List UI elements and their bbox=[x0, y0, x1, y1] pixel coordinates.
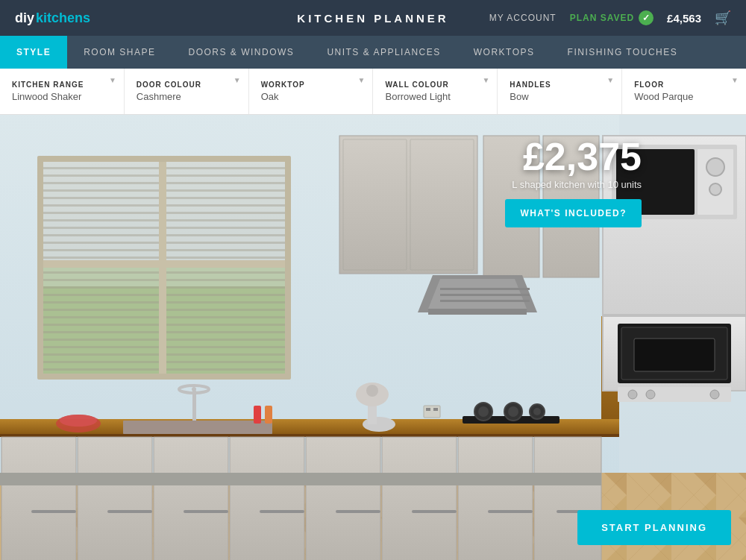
kitchen-range-arrow-icon: ▼ bbox=[109, 76, 116, 84]
svg-rect-44 bbox=[336, 510, 380, 513]
handles-option[interactable]: HANDLES Bow ▼ bbox=[498, 69, 622, 114]
svg-rect-40 bbox=[31, 510, 76, 513]
nav-item-worktops[interactable]: WORKTOPS bbox=[457, 36, 551, 69]
svg-rect-28 bbox=[440, 300, 530, 302]
nav-item-style[interactable]: STYLE bbox=[0, 36, 67, 69]
nav-item-units-appliances[interactable]: UNITS & APPLIANCES bbox=[310, 36, 457, 69]
svg-rect-36 bbox=[306, 437, 380, 560]
wall-colour-value: Borrowed Light bbox=[385, 91, 485, 102]
plan-saved-status: PLAN SAVED ✓ bbox=[570, 10, 653, 25]
kitchen-price: £2,375 bbox=[505, 137, 642, 176]
nav-item-doors-windows[interactable]: DOORS & WINDOWS bbox=[172, 36, 311, 69]
svg-rect-46 bbox=[488, 510, 533, 513]
svg-point-72 bbox=[478, 406, 489, 417]
svg-rect-43 bbox=[260, 510, 304, 513]
worktop-label: WORKTOP bbox=[261, 81, 361, 89]
logo-kitchens: kitchens bbox=[36, 10, 90, 26]
svg-rect-45 bbox=[412, 510, 457, 513]
worktop-option[interactable]: WORKTOP Oak ▼ bbox=[249, 69, 374, 114]
svg-point-69 bbox=[366, 385, 378, 397]
svg-point-53 bbox=[628, 390, 637, 399]
kitchen-range-option[interactable]: KITCHEN RANGE Linwood Shaker ▼ bbox=[0, 69, 125, 114]
svg-rect-16 bbox=[159, 162, 166, 374]
door-colour-value: Cashmere bbox=[137, 91, 236, 102]
svg-rect-84 bbox=[0, 473, 601, 485]
svg-point-74 bbox=[508, 406, 518, 417]
svg-rect-38 bbox=[458, 437, 533, 560]
handles-label: HANDLES bbox=[510, 81, 609, 89]
wall-colour-arrow-icon: ▼ bbox=[482, 76, 489, 84]
svg-rect-51 bbox=[634, 339, 715, 371]
whats-included-button[interactable]: WHAT'S INCLUDED? bbox=[505, 199, 642, 227]
svg-rect-41 bbox=[107, 510, 152, 513]
svg-point-65 bbox=[192, 387, 196, 391]
kitchen-description: L shaped kitchen with 10 units bbox=[505, 179, 642, 190]
svg-rect-30 bbox=[0, 434, 619, 437]
svg-rect-19 bbox=[410, 139, 474, 270]
svg-rect-81 bbox=[424, 406, 440, 418]
nav-item-finishing-touches[interactable]: FINISHING TOUCHES bbox=[551, 36, 695, 69]
svg-point-76 bbox=[533, 408, 541, 415]
svg-rect-80 bbox=[265, 406, 272, 424]
style-options-bar: KITCHEN RANGE Linwood Shaker ▼ DOOR COLO… bbox=[0, 69, 746, 115]
svg-rect-37 bbox=[382, 437, 457, 560]
svg-point-54 bbox=[646, 390, 655, 399]
floor-option[interactable]: FLOOR Wood Parque ▼ bbox=[622, 69, 746, 114]
top-navigation: diy kitchens KITCHEN PLANNER MY ACCOUNT … bbox=[0, 0, 746, 36]
svg-rect-26 bbox=[440, 288, 530, 290]
floor-value: Wood Parque bbox=[634, 91, 734, 102]
svg-point-78 bbox=[60, 415, 97, 427]
svg-rect-18 bbox=[343, 139, 407, 270]
top-nav-right: MY ACCOUNT PLAN SAVED ✓ £4,563 🛒 bbox=[489, 10, 731, 26]
total-price: £4,563 bbox=[667, 12, 701, 25]
svg-rect-83 bbox=[433, 408, 438, 411]
start-planning-button[interactable]: START PLANNING bbox=[577, 510, 731, 545]
svg-point-55 bbox=[710, 390, 719, 399]
door-colour-option[interactable]: DOOR COLOUR Cashmere ▼ bbox=[125, 69, 249, 114]
secondary-navigation: STYLE ROOM SHAPE DOORS & WINDOWS UNITS &… bbox=[0, 36, 746, 69]
floor-arrow-icon: ▼ bbox=[731, 76, 739, 84]
svg-point-61 bbox=[709, 183, 721, 195]
svg-point-60 bbox=[706, 158, 724, 176]
handles-arrow-icon: ▼ bbox=[606, 76, 614, 84]
svg-rect-27 bbox=[440, 294, 530, 296]
worktop-arrow-icon: ▼ bbox=[358, 76, 366, 84]
svg-rect-63 bbox=[192, 391, 196, 421]
svg-rect-62 bbox=[123, 421, 272, 434]
cart-icon[interactable]: 🛒 bbox=[715, 10, 731, 26]
wall-colour-option[interactable]: WALL COLOUR Borrowed Light ▼ bbox=[373, 69, 498, 114]
my-account-link[interactable]: MY ACCOUNT bbox=[489, 13, 557, 23]
wall-colour-label: WALL COLOUR bbox=[385, 81, 485, 89]
svg-rect-35 bbox=[230, 437, 304, 560]
nav-item-room-shape[interactable]: ROOM SHAPE bbox=[67, 36, 172, 69]
check-icon: ✓ bbox=[639, 10, 653, 25]
door-colour-label: DOOR COLOUR bbox=[137, 81, 236, 89]
logo-diy: diy bbox=[15, 10, 34, 26]
svg-rect-32 bbox=[1, 437, 76, 560]
worktop-value: Oak bbox=[261, 91, 361, 102]
svg-rect-25 bbox=[428, 309, 527, 315]
svg-rect-79 bbox=[254, 406, 261, 424]
svg-rect-82 bbox=[426, 408, 430, 411]
kitchen-scene: £2,375 L shaped kitchen with 10 units WH… bbox=[0, 115, 746, 560]
svg-point-66 bbox=[363, 417, 395, 432]
handles-value: Bow bbox=[510, 91, 609, 102]
kitchen-range-value: Linwood Shaker bbox=[12, 91, 112, 102]
svg-rect-42 bbox=[184, 510, 228, 513]
kitchen-preview: £2,375 L shaped kitchen with 10 units WH… bbox=[0, 115, 746, 560]
logo[interactable]: diy kitchens bbox=[15, 10, 90, 26]
svg-rect-33 bbox=[78, 437, 152, 560]
kitchen-range-label: KITCHEN RANGE bbox=[12, 81, 112, 89]
plan-saved-label: PLAN SAVED bbox=[570, 13, 634, 23]
svg-rect-34 bbox=[154, 437, 228, 560]
door-colour-arrow-icon: ▼ bbox=[233, 76, 241, 84]
floor-label: FLOOR bbox=[634, 81, 734, 89]
price-overlay: £2,375 L shaped kitchen with 10 units WH… bbox=[505, 137, 642, 227]
app-title: KITCHEN PLANNER bbox=[297, 12, 448, 25]
